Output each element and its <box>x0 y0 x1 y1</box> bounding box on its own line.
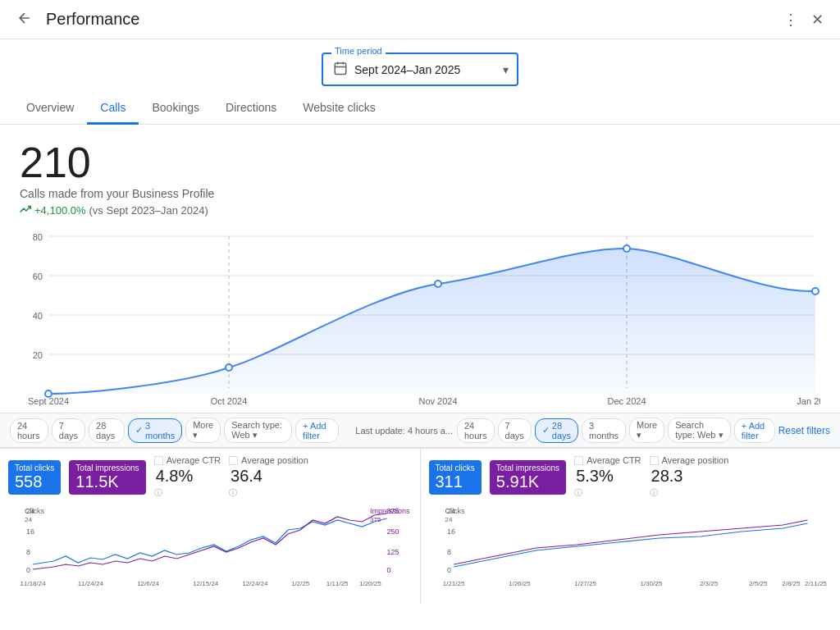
chip-more-right[interactable]: More ▾ <box>629 418 664 443</box>
svg-text:8: 8 <box>447 548 451 556</box>
right-impressions-label: Total impressions <box>496 463 559 472</box>
svg-text:Jan 2025: Jan 2025 <box>797 396 820 406</box>
svg-text:1/26/25: 1/26/25 <box>508 580 530 587</box>
svg-text:Dec 2024: Dec 2024 <box>607 396 646 406</box>
svg-text:16: 16 <box>26 527 34 536</box>
svg-text:12/6/24: 12/6/24 <box>137 580 159 587</box>
time-period-selector[interactable]: Time period Sept 2024–Jan 2025 ▾ <box>322 52 518 86</box>
left-total-clicks-label: Total clicks <box>15 463 54 472</box>
bottom-panels: Total clicks 558 Total impressions 11.5K… <box>0 448 840 604</box>
metric-label: Calls made from your Business Profile <box>20 187 820 200</box>
info-icon-left-pos[interactable]: ⓘ <box>229 487 308 499</box>
chip-24h-right[interactable]: 24 hours <box>457 418 495 443</box>
svg-text:2/3/25: 2/3/25 <box>699 580 718 587</box>
chip-24h-left[interactable]: 24 hours <box>10 418 48 443</box>
time-period-value: Sept 2024–Jan 2025 <box>354 63 460 76</box>
chip-28d-left[interactable]: 28 days <box>89 418 125 443</box>
add-filter-left[interactable]: + Add filter <box>295 418 339 443</box>
svg-text:0: 0 <box>26 566 30 574</box>
impressions-label-top: Impressions375 <box>370 507 410 523</box>
svg-text:1/2/25: 1/2/25 <box>291 580 310 587</box>
info-icon-right-pos[interactable]: ⓘ <box>650 487 729 499</box>
app-header: Performance ⋮ ✕ <box>0 0 840 39</box>
tab-bookings[interactable]: Bookings <box>139 93 212 125</box>
info-icon-right-ctr[interactable]: ⓘ <box>574 487 641 499</box>
svg-text:2/5/25: 2/5/25 <box>749 580 768 587</box>
svg-text:0: 0 <box>447 566 451 574</box>
trend-up-icon <box>20 203 31 217</box>
svg-text:12/15/24: 12/15/24 <box>193 580 219 587</box>
right-total-clicks-label: Total clicks <box>436 463 475 472</box>
left-pos: Average position 36.4 ⓘ <box>229 455 308 499</box>
header-right: ⋮ ✕ <box>780 9 827 30</box>
metric-section: 210 Calls made from your Business Profil… <box>0 125 840 224</box>
svg-text:125: 125 <box>386 548 399 556</box>
svg-text:250: 250 <box>386 527 399 536</box>
chart-point <box>812 288 819 294</box>
info-icon-left-ctr[interactable]: ⓘ <box>154 487 221 499</box>
reset-filters[interactable]: Reset filters <box>778 425 830 436</box>
chip-7d-left[interactable]: 7 days <box>52 418 85 443</box>
right-panel-header: Total clicks 311 Total impressions 5.91K… <box>421 449 841 505</box>
svg-text:16: 16 <box>447 527 455 536</box>
time-period-label: Time period <box>331 46 386 56</box>
chip-7d-right[interactable]: 7 days <box>498 418 532 443</box>
svg-text:2/11/25: 2/11/25 <box>805 580 827 587</box>
metric-number: 210 <box>20 141 820 184</box>
left-clicks-line <box>33 518 386 564</box>
left-ctr-label: Average CTR <box>167 455 221 465</box>
svg-text:60: 60 <box>33 272 43 281</box>
tab-directions[interactable]: Directions <box>212 93 290 125</box>
tabs-container: Overview Calls Bookings Directions Websi… <box>0 93 840 125</box>
more-button[interactable]: ⋮ <box>780 9 801 30</box>
right-impressions-line <box>454 520 807 564</box>
chip-3m-left[interactable]: ✓ 3 months <box>128 418 182 443</box>
tab-overview[interactable]: Overview <box>13 93 87 125</box>
pos-checkbox-left <box>229 456 238 465</box>
right-mini-chart: 24 16 8 0 1/21/25 1/26/25 1/27/25 1/30/2… <box>429 505 833 591</box>
header-left: Performance <box>13 7 140 32</box>
svg-rect-0 <box>335 63 346 75</box>
left-impressions-badge: Total impressions 11.5K <box>69 460 145 495</box>
chart-area-fill <box>48 249 815 394</box>
tab-website-clicks[interactable]: Website clicks <box>290 93 388 125</box>
left-ctr-value: 4.8% <box>154 467 221 486</box>
svg-text:11/18/24: 11/18/24 <box>20 580 46 587</box>
right-impressions-value: 5.91K <box>496 472 559 491</box>
svg-text:80: 80 <box>33 232 43 242</box>
tab-calls[interactable]: Calls <box>87 93 139 125</box>
close-button[interactable]: ✕ <box>808 9 827 30</box>
search-type-left[interactable]: Search type: Web ▾ <box>224 418 292 443</box>
left-ctr: Average CTR 4.8% ⓘ <box>154 455 221 499</box>
back-button[interactable] <box>13 7 36 32</box>
left-impressions-label: Total impressions <box>75 463 139 472</box>
svg-text:1/30/25: 1/30/25 <box>640 580 662 587</box>
left-total-clicks-value: 558 <box>15 472 54 491</box>
right-total-clicks-value: 311 <box>436 472 475 491</box>
calendar-icon <box>333 61 348 78</box>
time-period-container: Time period Sept 2024–Jan 2025 ▾ <box>0 39 840 93</box>
right-ctr-value: 5.3% <box>574 467 641 486</box>
chip-3m-right[interactable]: 3 months <box>582 418 626 443</box>
metric-change-period: (vs Sept 2023–Jan 2024) <box>89 204 208 217</box>
right-ctr: Average CTR 5.3% ⓘ <box>574 455 641 499</box>
search-type-right[interactable]: Search type: Web ▾ <box>668 418 731 443</box>
right-pos-label: Average position <box>662 455 729 465</box>
chip-28d-right[interactable]: ✓ 28 days <box>535 418 578 443</box>
add-filter-right[interactable]: + Add filter <box>734 418 775 443</box>
right-impressions-badge: Total impressions 5.91K <box>490 460 566 495</box>
svg-text:Nov 2024: Nov 2024 <box>418 396 457 406</box>
svg-text:Oct 2024: Oct 2024 <box>211 396 248 406</box>
svg-text:8: 8 <box>26 548 30 556</box>
right-pos-value: 28.3 <box>650 467 729 486</box>
left-total-clicks-badge: Total clicks 558 <box>8 460 61 495</box>
left-mini-chart-container: 24 16 8 0 375 250 125 0 11/18/24 11/24/2… <box>0 505 420 591</box>
ctr-checkbox-left <box>154 456 163 465</box>
chip-more-left[interactable]: More ▾ <box>185 418 221 443</box>
svg-text:Sept 2024: Sept 2024 <box>28 396 69 406</box>
metric-change-value: +4,100.0% <box>34 204 86 217</box>
left-pos-label: Average position <box>241 455 308 465</box>
svg-text:20: 20 <box>33 350 43 360</box>
svg-text:1/21/25: 1/21/25 <box>442 580 464 587</box>
left-impressions-value: 11.5K <box>75 472 139 491</box>
